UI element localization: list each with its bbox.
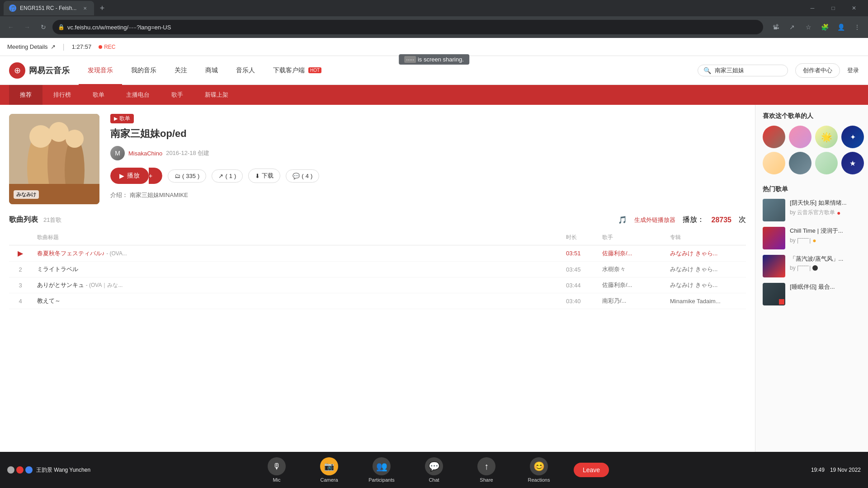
participants-action[interactable]: 👥 Participants: [359, 452, 404, 488]
song-num: ▶: [9, 245, 32, 262]
play-add-button[interactable]: +: [149, 168, 162, 184]
song-title-cell: 春夏秋冬フェスティバル♪ - (OVA...: [32, 245, 561, 262]
menu-icon[interactable]: ⋮: [850, 20, 864, 34]
camera-action[interactable]: 📷 Camera: [307, 452, 352, 488]
song-row[interactable]: 3 ▶ ありがとサンキュ - (OVA｜みな... 03:44 佐藤利奈/...…: [9, 277, 746, 293]
desc-label: 介绍：: [110, 192, 128, 198]
share-page-icon[interactable]: ↗: [785, 20, 799, 34]
leave-button[interactable]: Leave: [574, 463, 609, 477]
hot-playlist-2[interactable]: Chill Time | 浸润于... by | ̄ ̄ ̄ ̄ ̄ ̄| ●: [763, 227, 861, 249]
fan-avatar-6[interactable]: [789, 152, 811, 174]
back-button[interactable]: ←: [4, 20, 18, 34]
search-area: 🔍 创作者中心 登录: [698, 63, 859, 78]
hot-by-1: by 云音乐官方歌单 ●: [790, 209, 861, 216]
nav-mall[interactable]: 商城: [196, 56, 227, 85]
meeting-actions-center: 🎙 Mic 📷 Camera 👥 Participants 💬 Chat ↑ S…: [9, 452, 859, 488]
participants-icon: 👥: [373, 457, 391, 475]
share-action[interactable]: ↑ Share: [464, 452, 509, 488]
song-artist[interactable]: 佐藤利奈/...: [597, 277, 665, 293]
hot-playlist-1[interactable]: [阴天快乐] 如果情绪... by 云音乐官方歌单 ●: [763, 199, 861, 221]
fan-avatar-2[interactable]: [789, 126, 811, 148]
song-row[interactable]: 4 ▶ 教えて～ 03:40 南彩乃/... Minamike Tadaim..…: [9, 293, 746, 309]
rec-indicator: [779, 299, 784, 305]
active-tab[interactable]: 🎵 ENGR151 RC - Feish... ✕: [4, 1, 94, 15]
hot-playlists-section: 热门歌单 [阴天快乐] 如果情绪... by 云音乐官方歌单 ●: [763, 185, 861, 305]
new-tab-button[interactable]: +: [96, 2, 108, 14]
address-bar[interactable]: 🔒 vc.feishu.cn/w/meeting/·····?lang=en-U…: [52, 20, 763, 34]
cast-icon[interactable]: 📽: [769, 20, 783, 34]
share-button[interactable]: ↗ (1): [212, 169, 243, 183]
bookmark-icon[interactable]: ☆: [801, 20, 816, 34]
hot-name-2: Chill Time | 浸润于...: [790, 227, 861, 235]
fan-avatar-4[interactable]: ✦: [841, 126, 864, 148]
nav-download[interactable]: 下载客户端 HOT: [264, 56, 330, 85]
browser-maximize[interactable]: □: [823, 1, 844, 15]
subnav-recommend[interactable]: 推荐: [9, 85, 42, 105]
reactions-action[interactable]: 😊 Reactions: [516, 452, 561, 488]
fan-avatar-7[interactable]: [815, 152, 838, 174]
recording-badge[interactable]: REC: [99, 44, 115, 50]
extension-icon[interactable]: 🧩: [817, 20, 832, 34]
browser-minimize[interactable]: ─: [802, 1, 823, 15]
song-row[interactable]: ▶ 春夏秋冬フェスティバル♪ - (OVA... 03:51 佐藤利奈/... …: [9, 245, 746, 262]
song-album[interactable]: みなみけ きゃら...: [665, 277, 746, 293]
system-time: 19:49: [811, 467, 825, 473]
hot-playlist-4[interactable]: [睡眠伴侣] 最合...: [763, 283, 861, 305]
song-artist[interactable]: 佐藤利奈/...: [597, 245, 665, 262]
creator-name[interactable]: MisakaChino: [128, 150, 162, 157]
nav-discover[interactable]: 发现音乐: [79, 56, 122, 85]
subnav-playlist[interactable]: 歌单: [82, 85, 115, 105]
creator-avatar[interactable]: M: [110, 146, 125, 160]
nav-musician[interactable]: 音乐人: [227, 56, 264, 85]
generate-link[interactable]: 生成外链播放器: [634, 216, 675, 224]
leave-action[interactable]: Leave: [569, 452, 614, 488]
browser-chrome: 🎵 ENGR151 RC - Feish... ✕ + ─ □ ✕ ← → ↻ …: [0, 0, 868, 38]
meeting-details-link[interactable]: Meeting Details ↗: [7, 43, 56, 50]
song-album[interactable]: みなみけ きゃら...: [665, 262, 746, 277]
fan-avatar-8[interactable]: ★: [841, 152, 864, 174]
nav-mymusic[interactable]: 我的音乐: [122, 56, 165, 85]
cover-badge: みなみけ: [14, 190, 39, 199]
hot-cover-2: [763, 227, 785, 249]
fan-avatar-1[interactable]: [763, 126, 785, 148]
fan-avatar-5[interactable]: [763, 152, 785, 174]
login-button[interactable]: 登录: [847, 66, 859, 75]
nav-follow[interactable]: 关注: [165, 56, 196, 85]
song-name: ミライトラベル: [37, 266, 78, 272]
collect-icon: 🗂: [175, 173, 180, 179]
subnav-ranking[interactable]: 排行榜: [42, 85, 82, 105]
hot-playlist-3[interactable]: 「蒸汽波/蒸气风」... by | ̄ ̄ ̄ ̄ ̄ ̄|: [763, 255, 861, 277]
song-artist[interactable]: 南彩乃/...: [597, 293, 665, 309]
refresh-button[interactable]: ↻: [36, 20, 51, 34]
comment-button[interactable]: 💬 (4): [286, 169, 319, 183]
hot-by-3: by | ̄ ̄ ̄ ̄ ̄ ̄|: [790, 265, 861, 271]
download-button[interactable]: ⬇ 下载: [248, 169, 280, 183]
creator-center-button[interactable]: 创作者中心: [795, 63, 840, 78]
subnav-radio[interactable]: 主播电台: [115, 85, 160, 105]
subnav-newalbum[interactable]: 新碟上架: [194, 85, 239, 105]
hot-cover-3: [763, 255, 785, 277]
song-list-title: 歌曲列表: [9, 215, 38, 225]
subnav-artist[interactable]: 歌手: [160, 85, 194, 105]
fan-avatar-3[interactable]: 🌟: [815, 126, 838, 148]
song-album[interactable]: Minamike Tadaim...: [665, 293, 746, 309]
search-box[interactable]: 🔍: [698, 65, 788, 76]
comment-icon: 💬: [292, 173, 300, 179]
song-artist[interactable]: 水樹奈々: [597, 262, 665, 277]
song-album[interactable]: みなみけ きゃら...: [665, 245, 746, 262]
hot-badge-3: [812, 265, 818, 271]
tab-close-button[interactable]: ✕: [81, 5, 89, 12]
search-input[interactable]: [715, 67, 782, 74]
profile-icon[interactable]: 👤: [834, 20, 848, 34]
mic-action[interactable]: 🎙 Mic: [254, 452, 299, 488]
browser-close[interactable]: ✕: [844, 1, 864, 15]
meeting-bottom-bar: 王韵景 Wang Yunchen 🎙 Mic 📷 Camera 👥 Partic…: [0, 452, 868, 488]
collect-button[interactable]: 🗂 (335): [168, 169, 206, 183]
search-icon: 🔍: [703, 67, 711, 74]
chat-label: Chat: [429, 477, 439, 483]
forward-button[interactable]: →: [20, 20, 34, 34]
chat-icon: 💬: [425, 457, 443, 475]
chat-action[interactable]: 💬 Chat: [411, 452, 457, 488]
song-row[interactable]: 2 ▶ ミライトラベル 03:45 水樹奈々 みなみけ きゃら...: [9, 262, 746, 277]
play-button[interactable]: ▶ 播放: [110, 168, 149, 184]
